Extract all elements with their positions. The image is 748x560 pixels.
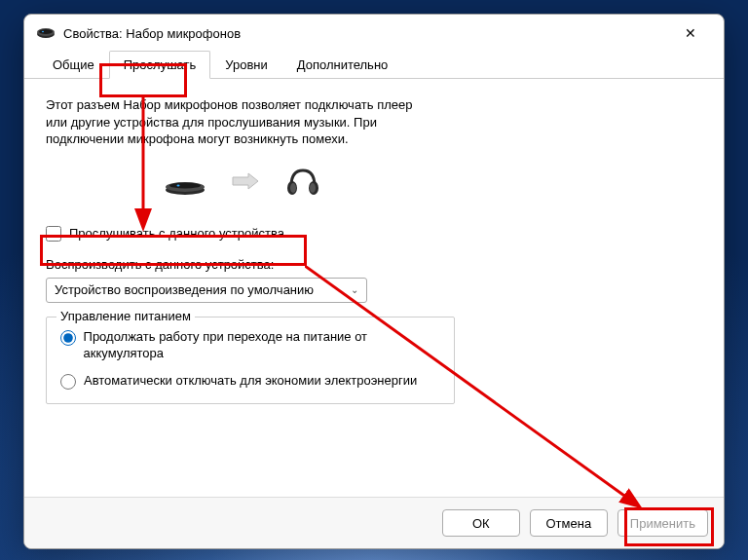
tab-advanced[interactable]: Дополнительно — [282, 51, 403, 79]
device-illustration — [46, 162, 702, 205]
headphones-icon — [283, 165, 322, 201]
svg-point-11 — [310, 183, 316, 193]
radio-autooff-row[interactable]: Автоматически отключать для экономии эле… — [60, 373, 440, 390]
radio-auto-off[interactable] — [60, 374, 76, 390]
close-icon: ✕ — [685, 25, 696, 41]
tab-general[interactable]: Общие — [38, 51, 109, 79]
svg-point-6 — [169, 183, 201, 189]
chevron-down-icon: ⌄ — [351, 284, 358, 295]
svg-point-7 — [177, 185, 180, 187]
power-management-group: Управление питанием Продолжать работу пр… — [46, 317, 455, 405]
playback-device-dropdown[interactable]: Устройство воспроизведения по умолчанию … — [46, 278, 367, 303]
svg-point-2 — [39, 29, 53, 34]
ok-button[interactable]: ОК — [442, 509, 520, 537]
titlebar: Свойства: Набор микрофонов ✕ — [24, 15, 724, 52]
button-bar: ОК Отмена Применить — [24, 497, 724, 548]
cancel-button[interactable]: Отмена — [530, 509, 608, 537]
close-button[interactable]: ✕ — [669, 19, 712, 48]
dropdown-value: Устройство воспроизведения по умолчанию — [55, 282, 314, 297]
listen-checkbox[interactable] — [46, 226, 61, 242]
arrow-right-icon — [231, 171, 260, 194]
description-text: Этот разъем Набор микрофонов позволяет п… — [46, 96, 435, 148]
radio-continue-label: Продолжать работу при переходе на питани… — [84, 329, 440, 362]
properties-dialog: Свойства: Набор микрофонов ✕ Общие Просл… — [23, 14, 725, 549]
svg-point-10 — [290, 183, 296, 193]
radio-auto-off-label: Автоматически отключать для экономии эле… — [84, 373, 417, 390]
play-through-label: Воспроизводить с данного устройства: — [46, 257, 702, 272]
tab-strip: Общие Прослушать Уровни Дополнительно — [24, 50, 724, 79]
microphone-array-icon — [36, 25, 56, 41]
power-legend: Управление питанием — [56, 309, 195, 323]
radio-continue-row[interactable]: Продолжать работу при переходе на питани… — [60, 329, 440, 362]
tab-listen[interactable]: Прослушать — [109, 51, 211, 79]
svg-point-3 — [42, 31, 44, 32]
listen-checkbox-label: Прослушивать с данного устройства — [69, 226, 284, 241]
listen-checkbox-row[interactable]: Прослушивать с данного устройства — [46, 226, 702, 242]
tab-levels[interactable]: Уровни — [210, 51, 281, 79]
tab-content: Этот разъем Набор микрофонов позволяет п… — [24, 79, 724, 497]
input-device-icon — [163, 167, 207, 199]
apply-button[interactable]: Применить — [617, 509, 708, 537]
window-title: Свойства: Набор микрофонов — [63, 26, 241, 41]
radio-continue[interactable] — [60, 330, 76, 346]
